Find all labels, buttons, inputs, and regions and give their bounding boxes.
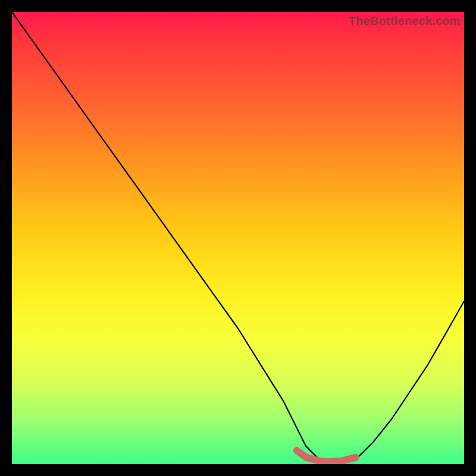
chart-svg — [12, 12, 464, 464]
chart-frame: TheBottleneck.com — [12, 12, 464, 464]
chart-marker-segment — [297, 450, 356, 462]
chart-curve — [12, 12, 464, 464]
